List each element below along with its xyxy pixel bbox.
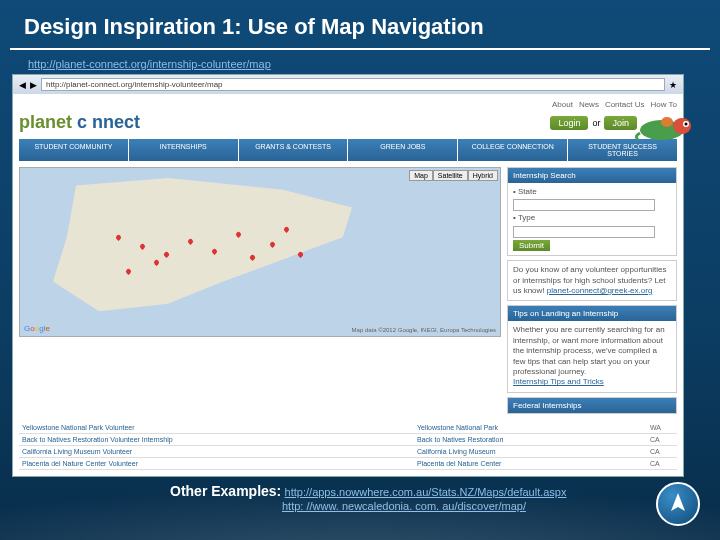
listings-table: Yellowstone National Park VolunteerYello… [19, 422, 677, 470]
topnav-news[interactable]: News [579, 100, 599, 109]
promo-link[interactable]: planet-connect@greek-ex.org [547, 286, 653, 295]
address-bar[interactable]: http://planet-connect.org/internship-vol… [41, 78, 665, 91]
star-icon[interactable]: ★ [669, 80, 677, 90]
auth-controls: Login or Join [550, 116, 637, 130]
listing-org: Yellowstone National Park [414, 422, 647, 434]
or-text: or [592, 118, 600, 128]
sail-icon [665, 491, 691, 517]
panel-search-heading: Internship Search [508, 168, 676, 183]
browser-chrome: ◀ ▶ http://planet-connect.org/internship… [13, 75, 683, 94]
svg-point-1 [673, 118, 691, 134]
table-row[interactable]: Placenta del Nature Center VolunteerPlac… [19, 457, 677, 469]
forward-icon[interactable]: ▶ [30, 80, 37, 90]
site-header: planet c nnect Login or Join [19, 112, 677, 133]
panel-search: Internship Search • State • Type Submit [507, 167, 677, 256]
browser-frame: ◀ ▶ http://planet-connect.org/internship… [12, 74, 684, 477]
other-examples: Other Examples: http://apps.nowwhere.com… [170, 483, 720, 513]
submit-button[interactable]: Submit [513, 240, 550, 251]
table-row[interactable]: Yellowstone National Park VolunteerYello… [19, 422, 677, 434]
listing-title: California Living Museum Volunteer [19, 445, 414, 457]
listing-state: CA [647, 445, 677, 457]
panel-promo: Do you know of any volunteer opportuniti… [507, 260, 677, 301]
svg-point-4 [661, 117, 673, 127]
sidebar: Internship Search • State • Type Submit … [507, 167, 677, 418]
map-pin[interactable] [297, 251, 304, 258]
map-type-hybrid[interactable]: Hybrid [468, 170, 498, 181]
tab-community[interactable]: STUDENT COMMUNITY [19, 139, 128, 161]
listing-title: Placenta del Nature Center Volunteer [19, 457, 414, 469]
back-icon[interactable]: ◀ [19, 80, 26, 90]
example-link-2[interactable]: http: //www. newcaledonia. com. au/disco… [282, 500, 526, 512]
panel-federal-heading: Federal Internships [508, 398, 676, 413]
listing-title: Yellowstone National Park Volunteer [19, 422, 414, 434]
google-logo: Google [24, 324, 50, 333]
listing-org: California Living Museum [414, 445, 647, 457]
chameleon-image [632, 108, 702, 148]
map-type-map[interactable]: Map [409, 170, 433, 181]
map-credit: Map data ©2012 Google, INEGI, Europa Tec… [352, 327, 496, 333]
table-row[interactable]: California Living Museum VolunteerCalifo… [19, 445, 677, 457]
listing-title: Back to Natives Restoration Volunteer In… [19, 433, 414, 445]
nav-tabs: STUDENT COMMUNITY INTERNSHIPS GRANTS & C… [19, 139, 677, 161]
tab-internships[interactable]: INTERNSHIPS [129, 139, 238, 161]
listing-state: CA [647, 433, 677, 445]
listing-org: Back to Natives Restoration [414, 433, 647, 445]
logo-part2: c nnect [77, 112, 140, 132]
example-link-1[interactable]: http://apps.nowwhere.com.au/Stats.NZ/Map… [285, 486, 567, 498]
slide-title: Design Inspiration 1: Use of Map Navigat… [10, 6, 710, 50]
panel-federal: Federal Internships [507, 397, 677, 414]
site-logo[interactable]: planet c nnect [19, 112, 140, 133]
listing-org: Placenta del Nature Center [414, 457, 647, 469]
map-type-satellite[interactable]: Satellite [433, 170, 468, 181]
state-label: • State [513, 187, 671, 197]
source-link[interactable]: http://planet-connect.org/internship-col… [28, 58, 271, 70]
panel-tips: Tips on Landing an Internship Whether yo… [507, 305, 677, 392]
panel-tips-heading: Tips on Landing an Internship [508, 306, 676, 321]
topnav-about[interactable]: About [552, 100, 573, 109]
main-area: Map Satellite Hybrid Google Map data © [19, 167, 677, 418]
site-topnav: About News Contact Us How To [19, 100, 677, 109]
logo-part1: planet [19, 112, 72, 132]
type-input[interactable] [513, 226, 655, 238]
site-content: About News Contact Us How To planet c nn… [13, 94, 683, 476]
listing-state: CA [647, 457, 677, 469]
tips-text: Whether you are currently searching for … [513, 325, 665, 376]
map-land [30, 178, 490, 326]
other-examples-label: Other Examples: [170, 483, 281, 499]
login-button[interactable]: Login [550, 116, 588, 130]
listing-state: WA [647, 422, 677, 434]
table-row[interactable]: Back to Natives Restoration Volunteer In… [19, 433, 677, 445]
map-type-toggle: Map Satellite Hybrid [409, 170, 498, 181]
tab-grants[interactable]: GRANTS & CONTESTS [239, 139, 348, 161]
tab-college[interactable]: COLLEGE CONNECTION [458, 139, 567, 161]
tab-greenjobs[interactable]: GREEN JOBS [348, 139, 457, 161]
tips-link[interactable]: Internship Tips and Tricks [513, 377, 604, 386]
footer-badge [656, 482, 700, 526]
state-input[interactable] [513, 199, 655, 211]
type-label: • Type [513, 213, 671, 223]
svg-point-3 [685, 123, 688, 126]
map[interactable]: Map Satellite Hybrid Google Map data © [19, 167, 501, 337]
